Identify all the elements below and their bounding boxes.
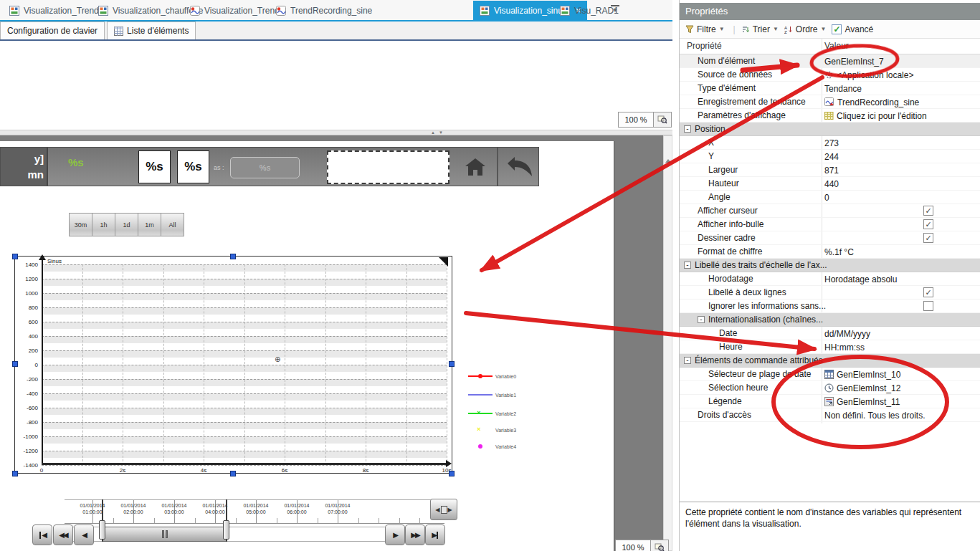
range-end-handle[interactable] — [223, 520, 229, 540]
range-compress-button[interactable]: ◀▶ — [430, 499, 457, 520]
property-row[interactable]: Enregistrement de tendanceTrendRecording… — [680, 95, 980, 109]
step-forward-button[interactable]: ▶ — [385, 524, 405, 545]
property-value[interactable]: Non défini. Tous les droits. — [824, 408, 926, 422]
property-row[interactable]: Type d'élémentTendance — [680, 82, 980, 95]
property-row[interactable]: Sélecteur de plage de dateGenElemInst_10 — [680, 368, 980, 381]
selected-input-element[interactable] — [327, 150, 449, 184]
doc-tab[interactable]: TrendRecording_sine — [270, 1, 379, 20]
property-value[interactable]: TrendRecording_sine — [824, 95, 919, 109]
property-row[interactable]: Hauteur440 — [680, 177, 980, 191]
property-group-row[interactable]: -Position — [680, 123, 980, 136]
sort-button[interactable]: Trier — [753, 24, 770, 34]
splitter-down-icon[interactable]: ▼ — [439, 130, 443, 135]
property-row[interactable]: Droits d'accèsNon défini. Tous les droit… — [680, 408, 980, 422]
property-checkbox[interactable]: ✓ — [923, 206, 933, 216]
dropdown-arrow-icon[interactable]: ▼ — [719, 26, 725, 32]
advanced-checkbox[interactable]: ✓ — [832, 24, 842, 34]
selection-handle[interactable] — [12, 254, 18, 259]
property-row[interactable]: X273 — [680, 136, 980, 150]
property-value[interactable]: 871 — [824, 163, 839, 177]
property-checkbox[interactable]: ✓ — [923, 233, 933, 243]
property-row[interactable]: Afficher info-bulle✓ — [680, 218, 980, 231]
property-row[interactable]: Sélection heureGenElemInst_12 — [680, 381, 980, 395]
range-button[interactable]: 1m — [138, 213, 161, 236]
property-value[interactable]: %.1f °C — [824, 245, 854, 259]
home-button[interactable] — [455, 148, 496, 185]
horizontal-splitter[interactable]: ▲ ▼ — [0, 130, 672, 135]
property-value[interactable]: GenElemInst_7 — [824, 54, 884, 68]
vertical-scrollbar[interactable] — [663, 135, 672, 551]
property-value[interactable]: 0 — [824, 191, 829, 204]
property-checkbox[interactable]: ✓ — [923, 219, 933, 229]
selection-handle[interactable] — [230, 471, 236, 476]
collapse-icon[interactable]: - — [684, 262, 691, 269]
order-button[interactable]: Ordre — [796, 24, 818, 34]
skip-to-end-button[interactable]: ▶ — [425, 524, 445, 545]
property-group-row[interactable]: -Internationalisation (chaînes... — [680, 313, 980, 327]
range-button[interactable]: 1h — [92, 213, 115, 236]
selection-handle[interactable] — [230, 254, 236, 259]
property-group-row[interactable]: -Éléments de commande attribués — [680, 354, 980, 368]
property-row[interactable]: Format de chiffre%.1f °C — [680, 245, 980, 259]
view-tab[interactable]: Configuration de clavier — [0, 21, 105, 39]
property-row[interactable]: Dessiner cadre✓ — [680, 231, 980, 245]
selection-handle[interactable] — [12, 471, 18, 476]
timeline-range-bar[interactable] — [103, 527, 227, 542]
zoom-tool-button[interactable] — [654, 112, 672, 128]
filter-button[interactable]: Filtre — [697, 24, 716, 34]
range-start-handle[interactable] — [99, 520, 105, 540]
property-row[interactable]: Afficher curseur✓ — [680, 204, 980, 218]
property-group-row[interactable]: -Libellé des traits d'échelle de l'ax... — [680, 259, 980, 272]
skip-to-start-button[interactable]: ◀ — [32, 524, 52, 545]
property-row[interactable]: HorodatageHorodatage absolu — [680, 272, 980, 286]
placeholder-pill-button[interactable]: %s — [230, 157, 300, 178]
property-row[interactable]: Ignorer les informations sans... — [680, 300, 980, 313]
property-value[interactable]: Horodatage absolu — [824, 272, 897, 286]
selection-handle[interactable] — [449, 361, 455, 367]
property-row[interactable]: Nom d'élémentGenElemInst_7 — [680, 54, 980, 68]
placeholder-button-1[interactable]: %s — [138, 150, 171, 183]
scroll-up-icon[interactable] — [665, 159, 671, 163]
range-button[interactable]: 30m — [69, 213, 92, 236]
property-value[interactable]: Tendance — [824, 82, 862, 95]
tab-list-chevron-icon[interactable]: ▼ — [611, 5, 619, 14]
property-value[interactable]: HH:mm:ss — [824, 340, 865, 354]
property-row[interactable]: Datedd/MM/yyyy — [680, 327, 980, 340]
range-button[interactable]: All — [161, 213, 184, 236]
visualization-page[interactable]: y] mn %s %s %s as : %s — [0, 141, 614, 551]
property-row[interactable]: Source de données<Application locale> — [680, 68, 980, 82]
zoom-tool-button-bottom[interactable] — [651, 540, 669, 551]
back-button[interactable] — [499, 148, 538, 185]
property-row[interactable]: Libellé à deux lignes✓ — [680, 286, 980, 300]
collapse-icon[interactable]: - — [698, 316, 705, 323]
property-row[interactable]: HeureHH:mm:ss — [680, 340, 980, 354]
selection-handle[interactable] — [12, 361, 18, 367]
property-row[interactable]: Y244 — [680, 150, 980, 163]
property-value[interactable]: Cliquez ici pour l'édition — [824, 109, 927, 123]
property-row[interactable]: Angle0 — [680, 191, 980, 204]
trend-toolbar-element[interactable]: y] mn %s %s %s as : %s — [0, 147, 539, 186]
trend-chart[interactable]: Sinus1400120010008006004002000-200-400-6… — [14, 256, 452, 474]
property-value[interactable]: GenElemInst_11 — [824, 395, 900, 408]
collapse-icon[interactable]: - — [684, 125, 691, 133]
property-value[interactable]: 273 — [824, 136, 839, 150]
property-row[interactable]: Paramètres d'affichageCliquez ici pour l… — [680, 109, 980, 123]
property-value[interactable]: 244 — [824, 150, 839, 163]
property-value[interactable]: GenElemInst_10 — [824, 368, 900, 381]
placeholder-button-2[interactable]: %s — [177, 150, 209, 183]
property-value[interactable]: GenElemInst_12 — [824, 381, 900, 395]
dropdown-arrow-icon[interactable]: ▼ — [773, 26, 779, 32]
property-value[interactable]: 440 — [824, 177, 839, 191]
step-back-button[interactable]: ◀ — [74, 524, 94, 545]
splitter-up-icon[interactable]: ▲ — [431, 130, 435, 135]
property-checkbox[interactable] — [923, 301, 933, 311]
selection-handle[interactable] — [449, 471, 455, 476]
timeline-ruler[interactable]: 01/01/201401:00:0001/01/201402:00:0001/0… — [65, 499, 444, 524]
range-button[interactable]: 1d — [115, 213, 138, 236]
property-value[interactable]: <Application locale> — [824, 68, 913, 82]
collapse-icon[interactable]: - — [684, 357, 691, 364]
step-forward-fast-button[interactable]: ▶▶ — [405, 524, 425, 545]
step-back-fast-button[interactable]: ◀◀ — [53, 524, 73, 545]
property-row[interactable]: LégendeGenElemInst_11 — [680, 395, 980, 408]
property-row[interactable]: Largeur871 — [680, 163, 980, 177]
